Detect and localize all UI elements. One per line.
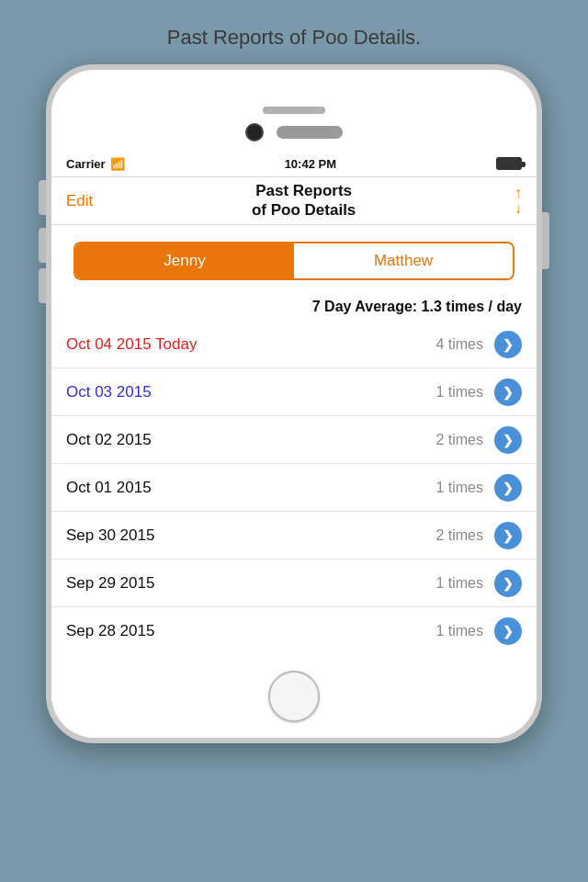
time-display: 10:42 PM [285,157,336,171]
row-right: 1 times❯ [435,570,522,597]
nav-bar: Edit Past Reports of Poo Details ↑ ↓ [51,177,537,225]
wifi-icon: 📶 [110,157,125,171]
carrier-label: Carrier [66,157,106,171]
phone-inner: Carrier 📶 10:42 PM Edit Past Reports of … [51,70,537,738]
row-right: 4 times❯ [435,331,522,358]
sort-button[interactable]: ↑ ↓ [514,186,522,216]
row-date: Oct 01 2015 [66,479,152,497]
average-line: 7 Day Average: 1.3 times / day [51,288,537,321]
row-count: 1 times [435,575,483,592]
report-row[interactable]: Oct 01 20151 times❯ [51,464,537,512]
speaker-slot [263,107,325,114]
row-right: 1 times❯ [435,474,522,502]
report-row[interactable]: Sep 29 20151 times❯ [51,560,537,607]
chevron-button[interactable]: ❯ [494,426,522,454]
row-date: Oct 04 2015 Today [66,335,197,354]
chevron-button[interactable]: ❯ [494,331,522,358]
segment-control: Jenny Matthew [74,242,514,280]
row-right: 1 times❯ [435,617,522,645]
status-bar: Carrier 📶 10:42 PM [51,151,537,176]
camera [245,123,264,141]
row-count: 1 times [435,384,483,401]
chevron-button[interactable]: ❯ [494,474,522,502]
home-button[interactable] [268,671,320,722]
report-row[interactable]: Oct 02 20152 times❯ [51,416,537,464]
row-count: 1 times [435,480,483,496]
row-date: Sep 29 2015 [66,574,154,593]
row-right: 1 times❯ [435,379,522,406]
screen-content: Edit Past Reports of Poo Details ↑ ↓ Jen… [51,176,537,655]
report-list: Oct 04 2015 Today4 times❯Oct 03 20151 ti… [51,321,537,655]
status-right [496,157,522,170]
row-count: 2 times [435,432,483,448]
battery-icon [496,157,522,170]
row-right: 2 times❯ [435,426,522,454]
row-count: 1 times [435,623,483,639]
earpiece [277,126,343,139]
phone-shell: Carrier 📶 10:42 PM Edit Past Reports of … [46,64,542,743]
report-row[interactable]: Sep 28 20151 times❯ [51,607,537,655]
row-date: Sep 30 2015 [66,526,154,545]
row-date: Sep 28 2015 [66,622,154,640]
chevron-button[interactable]: ❯ [494,617,522,645]
bottom-bezel [51,655,537,738]
top-bezel [51,70,537,151]
report-row[interactable]: Oct 03 20151 times❯ [51,368,537,416]
segment-jenny[interactable]: Jenny [75,243,294,278]
nav-title: Past Reports of Poo Details [252,182,356,220]
row-right: 2 times❯ [435,522,522,549]
row-count: 4 times [435,336,483,353]
report-row[interactable]: Oct 04 2015 Today4 times❯ [51,321,537,368]
segment-matthew[interactable]: Matthew [294,243,513,278]
chevron-button[interactable]: ❯ [494,379,522,406]
camera-row [245,123,343,141]
status-left: Carrier 📶 [66,157,125,171]
row-date: Oct 02 2015 [66,431,152,449]
row-date: Oct 03 2015 [66,383,152,401]
chevron-button[interactable]: ❯ [494,522,522,549]
edit-button[interactable]: Edit [66,192,93,210]
row-count: 2 times [435,527,483,544]
page-caption: Past Reports of Poo Details. [167,26,421,50]
report-row[interactable]: Sep 30 20152 times❯ [51,512,537,560]
segment-wrapper: Jenny Matthew [51,225,537,288]
chevron-button[interactable]: ❯ [494,570,522,597]
